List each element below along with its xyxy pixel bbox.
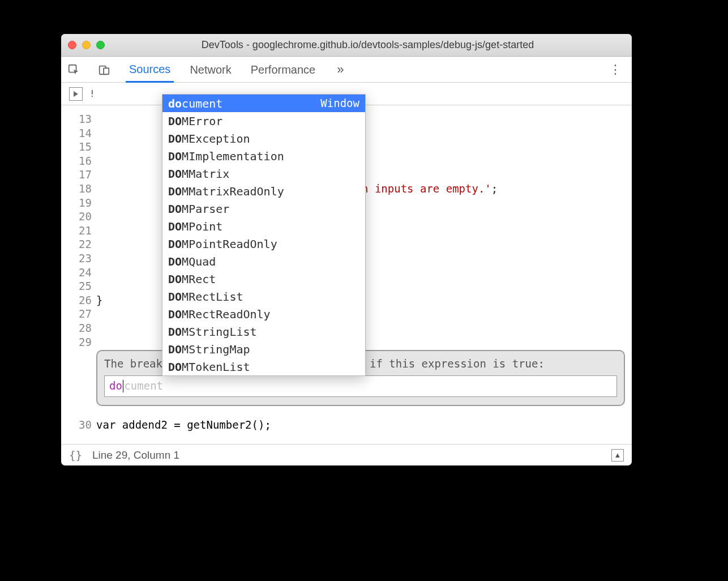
more-tabs-icon[interactable]: » bbox=[331, 62, 349, 77]
code-line-30: 30 var addend2 = getNumber2(); bbox=[61, 418, 632, 432]
resume-icon[interactable] bbox=[69, 87, 83, 101]
tab-sources[interactable]: Sources bbox=[126, 57, 174, 83]
line-no[interactable]: 18 bbox=[61, 182, 92, 196]
autocomplete-item[interactable]: DOMMatrixReadOnly bbox=[162, 182, 365, 200]
line-no[interactable]: 27 bbox=[61, 307, 92, 321]
cursor-position: Line 29, Column 1 bbox=[92, 449, 179, 462]
line-no[interactable]: 20 bbox=[61, 210, 92, 224]
autocomplete-item[interactable]: DOMException bbox=[162, 130, 365, 147]
line-no[interactable]: 26 bbox=[61, 293, 92, 307]
line-no[interactable]: 14 bbox=[61, 126, 92, 140]
text-caret bbox=[123, 380, 124, 392]
svg-rect-2 bbox=[104, 68, 109, 74]
line-no[interactable]: 19 bbox=[61, 196, 92, 210]
line-no[interactable]: 28 bbox=[61, 321, 92, 335]
line-no[interactable]: 30 bbox=[61, 418, 96, 432]
autocomplete-item[interactable]: DOMImplementation bbox=[162, 147, 365, 165]
line-no[interactable]: 25 bbox=[61, 279, 92, 293]
autocomplete-item[interactable]: DOMPoint bbox=[162, 217, 365, 235]
code-text: var addend2 = getNumber2(); bbox=[96, 418, 271, 432]
line-no[interactable]: 17 bbox=[61, 168, 92, 182]
input-typed: do bbox=[109, 379, 122, 393]
status-bar: {} Line 29, Column 1 ▲ bbox=[61, 444, 632, 465]
autocomplete-item[interactable]: DOMTokenList bbox=[162, 358, 365, 375]
line-no[interactable]: 24 bbox=[61, 266, 92, 280]
input-suggestion: cument bbox=[124, 379, 163, 393]
line-no[interactable]: 13 bbox=[61, 112, 92, 126]
toolbar-filename-glyph: ! bbox=[89, 88, 95, 99]
devtools-tabbar: Sources Network Performance » ⋮ bbox=[61, 57, 632, 83]
autocomplete-popup[interactable]: documentWindowDOMErrorDOMExceptionDOMImp… bbox=[162, 94, 366, 376]
tab-performance[interactable]: Performance bbox=[247, 58, 319, 82]
autocomplete-item[interactable]: DOMParser bbox=[162, 200, 365, 217]
line-no[interactable]: 21 bbox=[61, 224, 92, 238]
line-no bbox=[61, 105, 92, 112]
autocomplete-item[interactable]: DOMQuad bbox=[162, 253, 365, 270]
autocomplete-item[interactable]: DOMStringMap bbox=[162, 340, 365, 358]
autocomplete-item[interactable]: DOMError bbox=[162, 112, 365, 130]
traffic-lights bbox=[68, 41, 105, 49]
inspect-icon[interactable] bbox=[65, 61, 83, 78]
pretty-print-icon[interactable]: {} bbox=[69, 449, 82, 462]
line-no[interactable]: 15 bbox=[61, 140, 92, 154]
autocomplete-item[interactable]: DOMRect bbox=[162, 270, 365, 288]
menu-icon[interactable]: ⋮ bbox=[602, 62, 628, 77]
close-icon[interactable] bbox=[68, 41, 76, 49]
device-toggle-icon[interactable] bbox=[95, 61, 113, 78]
autocomplete-item[interactable]: documentWindow bbox=[162, 95, 365, 112]
line-gutter: 13 14 15 16 17 18 19 20 21 22 23 24 25 2… bbox=[61, 105, 96, 444]
breakpoint-expression-input[interactable]: document bbox=[104, 375, 617, 397]
minimize-icon[interactable] bbox=[82, 41, 91, 49]
window-title: DevTools - googlechrome.github.io/devtoo… bbox=[110, 39, 625, 51]
autocomplete-item[interactable]: DOMMatrix bbox=[162, 165, 365, 182]
tab-network[interactable]: Network bbox=[186, 58, 234, 82]
autocomplete-item[interactable]: DOMRectList bbox=[162, 288, 365, 305]
code-text: ; bbox=[491, 182, 498, 195]
line-no[interactable]: 16 bbox=[61, 154, 92, 168]
autocomplete-item[interactable]: DOMPointReadOnly bbox=[162, 235, 365, 253]
toggle-drawer-icon[interactable]: ▲ bbox=[611, 449, 624, 462]
devtools-window: DevTools - googlechrome.github.io/devtoo… bbox=[61, 34, 632, 465]
zoom-icon[interactable] bbox=[96, 41, 105, 49]
autocomplete-item[interactable]: DOMRectReadOnly bbox=[162, 305, 365, 323]
autocomplete-item[interactable]: DOMStringList bbox=[162, 323, 365, 340]
line-no[interactable]: 22 bbox=[61, 237, 92, 251]
line-no[interactable]: 23 bbox=[61, 251, 92, 266]
titlebar: DevTools - googlechrome.github.io/devtoo… bbox=[61, 34, 632, 57]
line-no[interactable]: 29 bbox=[61, 335, 92, 349]
